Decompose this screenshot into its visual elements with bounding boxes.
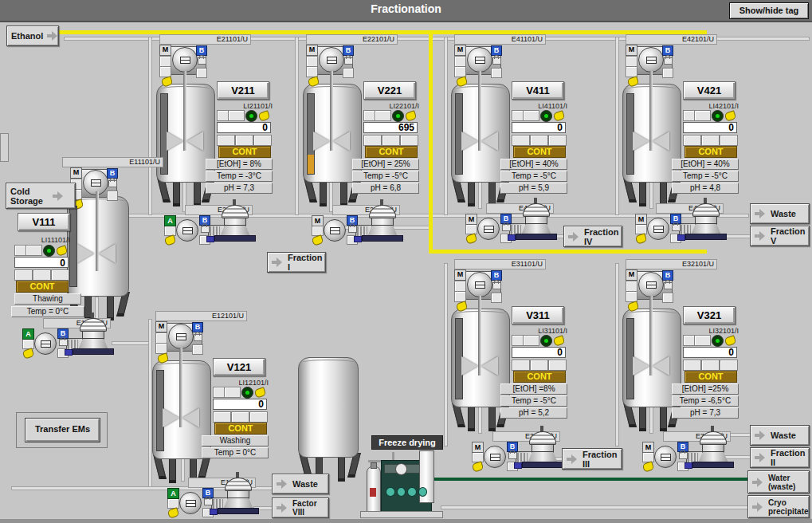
cont-button[interactable]: CONT xyxy=(214,423,267,435)
faceplate-button[interactable] xyxy=(472,452,484,462)
faceplate-button[interactable] xyxy=(512,360,530,371)
faceplate-button[interactable] xyxy=(548,135,567,146)
agitator-motor[interactable]: M B xyxy=(626,269,683,309)
motor-button[interactable] xyxy=(626,56,637,67)
faceplate-button[interactable] xyxy=(213,411,231,423)
faceplate-button[interactable] xyxy=(312,226,324,236)
waste-top-right-button[interactable]: Waste xyxy=(750,203,810,224)
vessel-button-v221[interactable]: V221 xyxy=(363,81,416,100)
faceplate-button[interactable] xyxy=(512,135,530,146)
fraction-iii-button[interactable]: Fraction III xyxy=(562,448,622,470)
motor-icon[interactable] xyxy=(467,47,492,73)
cryo-precipitate-button[interactable]: Cryo precipitate xyxy=(747,495,810,518)
faceplate-button[interactable] xyxy=(683,135,701,146)
faceplate-button[interactable] xyxy=(548,360,567,371)
faceplate-button[interactable] xyxy=(642,452,654,462)
faceplate-button[interactable] xyxy=(701,135,720,146)
faceplate-button[interactable] xyxy=(235,135,253,146)
faceplate-button[interactable] xyxy=(33,269,51,281)
motor-icon[interactable] xyxy=(467,272,492,297)
motor-icon[interactable] xyxy=(319,47,344,73)
agitator-motor[interactable]: M B xyxy=(454,45,512,85)
motor-icon[interactable] xyxy=(34,332,57,355)
vessel-button-v321[interactable]: V321 xyxy=(683,306,736,324)
ethanol-source-button[interactable]: Ethanol xyxy=(6,26,59,46)
fraction-iv-button[interactable]: Fraction IV xyxy=(563,226,622,247)
factor-viii-button[interactable]: Factor VIII xyxy=(272,497,329,518)
faceplate-button[interactable] xyxy=(167,498,179,509)
faceplate-button[interactable] xyxy=(683,335,695,346)
faceplate-button[interactable] xyxy=(363,110,375,121)
motor-button[interactable] xyxy=(343,68,354,78)
faceplate-button[interactable] xyxy=(51,269,69,281)
faceplate-button[interactable] xyxy=(694,110,711,121)
motor-button[interactable] xyxy=(454,56,466,67)
motor-icon[interactable] xyxy=(168,324,194,349)
faceplate-button[interactable] xyxy=(465,224,477,234)
cont-button[interactable]: CONT xyxy=(685,146,737,158)
faceplate-button[interactable] xyxy=(512,110,524,121)
faceplate-button[interactable] xyxy=(523,335,539,346)
centrifuge-icon[interactable] xyxy=(528,426,558,469)
water-waste-button[interactable]: Water (waste) xyxy=(747,470,810,494)
waste-center-button[interactable]: Waste xyxy=(272,474,329,494)
faceplate-button[interactable] xyxy=(231,411,249,423)
faceplate-button[interactable] xyxy=(683,110,695,121)
faceplate-button[interactable] xyxy=(400,135,418,146)
faceplate-button[interactable] xyxy=(14,245,26,256)
freeze-dryer-unit[interactable] xyxy=(360,450,441,517)
faceplate-button[interactable] xyxy=(363,135,382,146)
transfer-ems-button[interactable]: Transfer EMs xyxy=(25,418,100,442)
cont-button[interactable]: CONT xyxy=(513,371,566,383)
motor-icon[interactable] xyxy=(179,492,202,514)
centrifuge-icon[interactable] xyxy=(223,472,253,515)
centrifuge-icon[interactable] xyxy=(78,313,108,356)
faceplate-button[interactable] xyxy=(530,135,548,146)
cold-storage-source-button[interactable]: Cold Storage xyxy=(6,183,76,209)
centrifuge-icon[interactable] xyxy=(698,426,728,469)
cont-button[interactable]: CONT xyxy=(218,146,271,158)
motor-icon[interactable] xyxy=(654,446,677,468)
motor-button[interactable] xyxy=(491,68,502,78)
faceplate-button[interactable] xyxy=(635,224,647,234)
fraction-ii-button[interactable]: Fraction II xyxy=(750,447,810,468)
show-hide-tag-button[interactable]: Show/hide tag xyxy=(729,2,809,19)
vessel-button-v411[interactable]: V411 xyxy=(512,81,564,100)
motor-button[interactable] xyxy=(306,56,318,67)
cont-button[interactable]: CONT xyxy=(513,146,566,158)
faceplate-button[interactable] xyxy=(523,110,539,121)
motor-icon[interactable] xyxy=(647,218,669,240)
faceplate-button[interactable] xyxy=(213,387,225,398)
faceplate-button[interactable] xyxy=(701,360,720,371)
motor-button[interactable] xyxy=(662,293,673,303)
motor-icon[interactable] xyxy=(484,446,506,468)
centrifuge-icon[interactable] xyxy=(691,198,721,241)
motor-button[interactable] xyxy=(626,281,637,292)
faceplate-button[interactable] xyxy=(249,411,268,423)
motor-button[interactable] xyxy=(491,293,502,303)
motor-button[interactable] xyxy=(662,68,673,78)
faceplate-button[interactable] xyxy=(694,335,711,346)
faceplate-button[interactable] xyxy=(253,135,272,146)
motor-button[interactable] xyxy=(159,56,171,67)
vessel-button-v111[interactable]: V111 xyxy=(18,213,70,231)
agitator-motor[interactable]: M B xyxy=(306,45,363,85)
faceplate-button[interactable] xyxy=(22,339,34,349)
cont-button[interactable]: CONT xyxy=(16,281,69,293)
faceplate-button[interactable] xyxy=(375,110,391,121)
centrifuge-icon[interactable] xyxy=(521,198,551,241)
motor-button[interactable] xyxy=(107,191,118,201)
faceplate-button[interactable] xyxy=(683,360,701,371)
faceplate-button[interactable] xyxy=(382,135,400,146)
vessel-button-v121[interactable]: V121 xyxy=(213,358,265,376)
faceplate-button[interactable] xyxy=(228,110,245,121)
faceplate-button[interactable] xyxy=(224,387,241,398)
centrifuge-icon[interactable] xyxy=(367,199,398,242)
faceplate-button[interactable] xyxy=(25,245,42,256)
motor-button[interactable] xyxy=(454,281,466,292)
vessel-button-v421[interactable]: V421 xyxy=(683,81,736,100)
faceplate-button[interactable] xyxy=(720,135,738,146)
agitator-motor[interactable]: M B xyxy=(626,45,683,85)
motor-icon[interactable] xyxy=(324,219,346,242)
agitator-motor[interactable]: M B xyxy=(155,321,213,361)
